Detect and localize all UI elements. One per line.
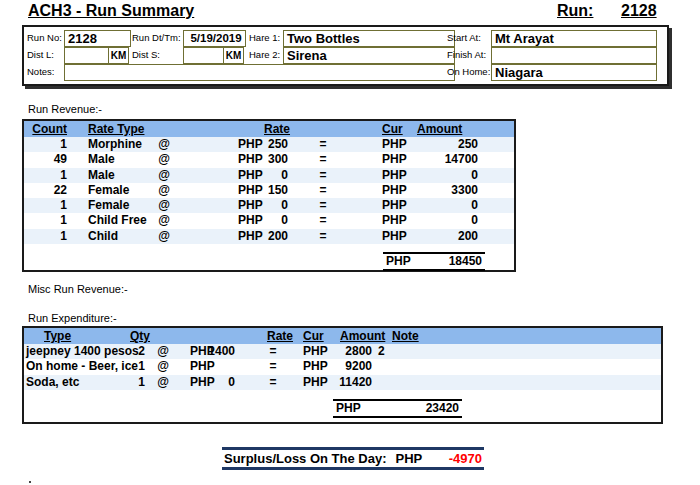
- notes-label: Notes:: [27, 64, 54, 80]
- table-row: 22 Female @ PHP 150 = PHP 3300: [24, 183, 514, 198]
- revenue-total-amount: 18450: [449, 254, 482, 269]
- notes-field[interactable]: [64, 64, 455, 81]
- run-no-label: Run No:: [27, 30, 62, 46]
- cell-equals: =: [316, 168, 330, 183]
- cell-equals: =: [316, 229, 330, 244]
- cell-rate: 0: [236, 213, 288, 228]
- dist-s-label: Dist S:: [132, 47, 160, 63]
- revenue-total: PHP 18450: [383, 252, 485, 271]
- revenue-section-label: Run Revenue:-: [28, 103, 102, 115]
- cell-count: 49: [24, 152, 67, 167]
- km-unit-2: KM: [223, 47, 244, 64]
- col-header-rate-type: Rate Type: [88, 121, 144, 137]
- col-header-cur: Cur: [303, 328, 324, 344]
- col-header-note: Note: [392, 328, 419, 344]
- cell-count: 22: [24, 183, 67, 198]
- dist-l-label: Dist L:: [27, 47, 54, 63]
- surplus-value: -4970: [422, 451, 482, 466]
- cell-count: 1: [24, 198, 67, 213]
- run-number-value: 2128: [621, 2, 657, 20]
- revenue-total-cur: PHP: [386, 254, 411, 269]
- surplus-cur: PHP: [396, 451, 423, 466]
- run-no-field[interactable]: 2128: [64, 30, 131, 47]
- cell-rate-type: Female: [88, 183, 129, 198]
- finish-at-label: Finish At:: [447, 47, 486, 63]
- cell-rate-type: Male: [88, 168, 115, 183]
- cell-equals: =: [266, 359, 280, 374]
- start-at-field[interactable]: Mt Arayat: [491, 30, 657, 47]
- col-header-qty: Qty: [130, 328, 150, 344]
- dist-s-field[interactable]: [183, 47, 224, 64]
- revenue-table: Count Rate Type Rate Cur Amount 1 Morphi…: [22, 119, 516, 272]
- cell-amount: 250: [400, 137, 478, 152]
- finish-at-field[interactable]: [491, 47, 657, 64]
- col-header-amount: Amount: [417, 121, 462, 137]
- col-header-rate: Rate: [267, 328, 293, 344]
- surplus-label: Surplus/Loss On The Day:: [224, 451, 387, 466]
- cell-at: @: [156, 137, 172, 152]
- col-header-amount: Amount: [340, 328, 385, 344]
- expenditure-section-label: Run Expenditure:-: [28, 312, 117, 324]
- cell-rate: 1400: [182, 344, 235, 359]
- on-home-label: On Home:: [447, 64, 490, 80]
- cell-amount: 9200: [292, 359, 372, 374]
- start-at-label: Start At:: [447, 30, 481, 46]
- dist-l-field[interactable]: [64, 47, 109, 64]
- cell-amount: 11420: [292, 375, 372, 390]
- cell-qty: 2: [112, 344, 145, 359]
- page-title: ACH3 - Run Summary: [28, 2, 194, 20]
- cell-rate: 0: [236, 198, 288, 213]
- cell-rate: 250: [236, 137, 288, 152]
- cell-amount: 3300: [400, 183, 478, 198]
- col-header-cur: Cur: [382, 121, 403, 137]
- cell-at: @: [155, 344, 171, 359]
- expenditure-table: Type Qty Rate Cur Amount Note jeepney 14…: [22, 326, 663, 424]
- table-row: Soda, etc 1 @ PHP 0 = PHP 11420: [24, 375, 661, 390]
- cell-at: @: [155, 375, 171, 390]
- cell-cur: PHP: [190, 359, 215, 374]
- hare1-label: Hare 1:: [249, 30, 280, 46]
- cell-amount: 0: [400, 213, 478, 228]
- cell-count: 1: [24, 213, 67, 228]
- cell-at: @: [156, 183, 172, 198]
- cell-note: 2: [378, 344, 385, 359]
- cell-equals: =: [266, 344, 280, 359]
- cell-at: @: [156, 168, 172, 183]
- hare1-field[interactable]: Two Bottles: [283, 30, 455, 47]
- table-row: 1 Female @ PHP 0 = PHP 0: [24, 198, 514, 213]
- table-row: 1 Morphine @ PHP 250 = PHP 250: [24, 137, 514, 152]
- screen-artifact-dot: [29, 481, 31, 483]
- surplus-loss-bar: Surplus/Loss On The Day: PHP -4970: [222, 447, 484, 470]
- on-home-field[interactable]: Niagara: [491, 64, 657, 81]
- cell-equals: =: [316, 213, 330, 228]
- cell-qty: 1: [112, 359, 145, 374]
- cell-at: @: [156, 198, 172, 213]
- cell-equals: =: [316, 198, 330, 213]
- cell-amount: 200: [400, 229, 478, 244]
- revenue-header-row: Count Rate Type Rate Cur Amount: [24, 121, 514, 137]
- cell-equals: =: [316, 183, 330, 198]
- cell-count: 1: [24, 229, 67, 244]
- cell-rate: 0: [236, 168, 288, 183]
- table-row: 1 Child Free @ PHP 0 = PHP 0: [24, 213, 514, 228]
- cell-rate: 300: [236, 152, 288, 167]
- cell-equals: =: [316, 137, 330, 152]
- col-header-type: Type: [44, 328, 71, 344]
- run-dt-field[interactable]: 5/19/2019: [183, 30, 246, 47]
- misc-revenue-section-label: Misc Run Revenue:-: [28, 283, 128, 295]
- table-row: 1 Child @ PHP 200 = PHP 200: [24, 229, 514, 244]
- cell-amount: 14700: [400, 152, 478, 167]
- cell-amount: 0: [400, 198, 478, 213]
- hare2-label: Hare 2:: [249, 47, 280, 63]
- cell-equals: =: [316, 152, 330, 167]
- cell-rate-type: Child Free: [88, 213, 147, 228]
- cell-at: @: [156, 213, 172, 228]
- cell-rate: 150: [236, 183, 288, 198]
- expenditure-total: PHP 23420: [333, 399, 462, 418]
- cell-amount: 0: [400, 168, 478, 183]
- run-header-panel: Run No: 2128 Run Dt/Tm: 5/19/2019 Hare 1…: [22, 25, 669, 86]
- hare2-field[interactable]: Sirena: [283, 47, 455, 64]
- run-label: Run:: [557, 2, 593, 20]
- cell-rate-type: Morphine: [88, 137, 142, 152]
- table-row: 1 Male @ PHP 0 = PHP 0: [24, 168, 514, 183]
